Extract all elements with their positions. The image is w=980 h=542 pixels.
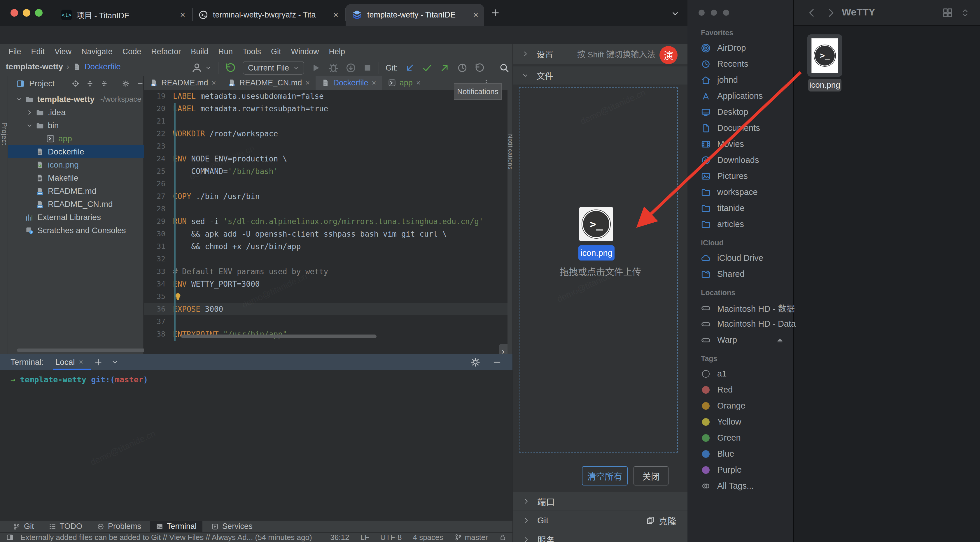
profiler-icon[interactable] bbox=[345, 62, 356, 73]
tab-close-icon[interactable]: × bbox=[212, 78, 216, 87]
sidebar-item-Desktop[interactable]: Desktop bbox=[687, 104, 793, 120]
code-line-39[interactable]: 39 bbox=[144, 340, 508, 343]
expand-all-icon[interactable] bbox=[86, 79, 94, 88]
terminal-settings-icon[interactable] bbox=[471, 357, 480, 367]
editor-tab-README.md[interactable]: MDREADME.md× bbox=[144, 76, 222, 90]
breadcrumb[interactable]: template-wetty › Dockerfile bbox=[6, 62, 121, 71]
line-number[interactable]: 21 bbox=[144, 117, 173, 125]
browser-tab-1[interactable]: terminal-wetty-bwqryafz - Tita× bbox=[192, 4, 344, 25]
uploaded-file-thumbnail[interactable]: >_ bbox=[579, 207, 613, 241]
tree-item-Makefile[interactable]: Makefile bbox=[8, 171, 144, 184]
menu-build[interactable]: Build bbox=[186, 47, 213, 56]
finder-close-button[interactable] bbox=[698, 10, 705, 16]
code-line-31[interactable]: 31 && chmod +x /usr/bin/app bbox=[144, 240, 508, 253]
files-section-header[interactable]: 文件 bbox=[513, 67, 688, 84]
sidebar-item-Macintosh HD - 数据[interactable]: Macintosh HD - 数据 bbox=[687, 300, 793, 316]
tree-item-Scratches and Consoles[interactable]: Scratches and Consoles bbox=[8, 224, 144, 237]
sidebar-item-articles[interactable]: articles bbox=[687, 216, 793, 232]
sidebar-item-Purple[interactable]: Purple bbox=[687, 462, 793, 478]
code-editor[interactable]: 19LABEL metadata.usesubdomain=false20LAB… bbox=[144, 90, 508, 343]
sidebar-item-a1[interactable]: a1 bbox=[687, 366, 793, 382]
finder-back-icon[interactable] bbox=[806, 7, 818, 19]
code-line-27[interactable]: 27COPY ./bin /usr/bin bbox=[144, 190, 508, 203]
code-line-26[interactable]: 26 bbox=[144, 177, 508, 190]
section-1[interactable]: Git克隆 bbox=[513, 511, 688, 530]
view-grid-icon[interactable] bbox=[942, 7, 953, 19]
sidebar-item-Applications[interactable]: Applications bbox=[687, 88, 793, 104]
editor-tab-README_CN.md[interactable]: MDREADME_CN.md× bbox=[222, 76, 316, 90]
menu-edit[interactable]: Edit bbox=[26, 47, 50, 56]
code-line-29[interactable]: 29RUN sed -i 's/dl-cdn.alpinelinux.org/m… bbox=[144, 215, 508, 228]
line-number[interactable]: 22 bbox=[144, 129, 173, 138]
line-number[interactable]: 30 bbox=[144, 230, 173, 238]
menu-view[interactable]: View bbox=[49, 47, 76, 56]
tree-item-Dockerfile[interactable]: Dockerfile bbox=[8, 145, 144, 158]
caret-position[interactable]: 36:12 bbox=[330, 533, 349, 542]
line-number[interactable]: 37 bbox=[144, 317, 173, 326]
tab-close-icon[interactable]: × bbox=[180, 10, 185, 20]
close-button[interactable]: 关闭 bbox=[633, 466, 668, 485]
git-branch-widget[interactable]: master bbox=[454, 533, 488, 542]
clear-all-button[interactable]: 清空所有 bbox=[582, 466, 628, 485]
sidebar-item-Blue[interactable]: Blue bbox=[687, 446, 793, 462]
code-line-25[interactable]: 25 COMMAND='/bin/bash' bbox=[144, 165, 508, 177]
tree-item-README_CN.md[interactable]: MDREADME_CN.md bbox=[8, 198, 144, 211]
sidebar-item-Green[interactable]: Green bbox=[687, 430, 793, 446]
editor-tab-Dockerfile[interactable]: Dockerfile× bbox=[316, 76, 382, 90]
line-separator[interactable]: LF bbox=[360, 533, 369, 542]
sidebar-item-Macintosh HD - Data[interactable]: Macintosh HD - Data bbox=[687, 316, 793, 332]
run-icon[interactable] bbox=[310, 62, 321, 73]
terminal-tab-local[interactable]: Local × bbox=[56, 354, 83, 370]
menu-tools[interactable]: Tools bbox=[238, 47, 266, 56]
menu-refactor[interactable]: Refactor bbox=[146, 47, 186, 56]
line-number[interactable]: 25 bbox=[144, 167, 173, 176]
sidebar-item-titanide[interactable]: titanide bbox=[687, 200, 793, 216]
tree-item-.idea[interactable]: .idea bbox=[8, 106, 144, 119]
menu-git[interactable]: Git bbox=[266, 47, 286, 56]
toolwindow-todo[interactable]: TODO bbox=[43, 521, 88, 532]
code-line-34[interactable]: 34ENV WETTY_PORT=3000 bbox=[144, 278, 508, 290]
locate-file-icon[interactable] bbox=[72, 79, 80, 88]
history-icon[interactable] bbox=[457, 62, 468, 73]
window-close-button[interactable] bbox=[11, 9, 18, 17]
toolwindow-git[interactable]: Git bbox=[7, 521, 40, 532]
code-line-22[interactable]: 22WORKDIR /root/workspace bbox=[144, 127, 508, 140]
line-number[interactable]: 23 bbox=[144, 142, 173, 151]
indent-setting[interactable]: 4 spaces bbox=[413, 533, 443, 542]
undo-icon[interactable] bbox=[474, 62, 485, 73]
sidebar-item-AirDrop[interactable]: AirDrop bbox=[687, 40, 793, 56]
editor-tab-app[interactable]: app× bbox=[382, 76, 426, 90]
sidebar-item-johnd[interactable]: johnd bbox=[687, 72, 793, 88]
tree-item-External Libraries[interactable]: External Libraries bbox=[8, 211, 144, 224]
chevron-down-icon[interactable] bbox=[16, 96, 22, 103]
code-line-33[interactable]: 33# Default ENV params used by wetty bbox=[144, 265, 508, 278]
search-everywhere-icon[interactable] bbox=[499, 62, 510, 73]
tab-close-icon[interactable]: × bbox=[333, 10, 338, 20]
line-number[interactable]: 34 bbox=[144, 280, 173, 288]
status-window-icon[interactable] bbox=[6, 533, 14, 541]
git-commit-icon[interactable] bbox=[422, 62, 433, 73]
terminal-prompt[interactable]: → template-wetty git:(master) bbox=[11, 375, 148, 384]
sidebar-item-workspace[interactable]: workspace bbox=[687, 184, 793, 200]
menu-run[interactable]: Run bbox=[213, 47, 238, 56]
menu-help[interactable]: Help bbox=[324, 47, 350, 56]
tab-search-chevron[interactable] bbox=[671, 10, 679, 18]
finder-forward-icon[interactable] bbox=[825, 7, 837, 19]
uploaded-file-name[interactable]: icon.png bbox=[578, 246, 614, 260]
code-line-37[interactable]: 37 bbox=[144, 315, 508, 328]
breadcrumb-file[interactable]: Dockerfile bbox=[84, 62, 121, 71]
menu-code[interactable]: Code bbox=[118, 47, 146, 56]
code-line-23[interactable]: 23 bbox=[144, 140, 508, 152]
tab-close-icon[interactable]: × bbox=[473, 10, 478, 20]
tree-item-README.md[interactable]: MDREADME.md bbox=[8, 184, 144, 198]
sidebar-item-iCloud Drive[interactable]: iCloud Drive bbox=[687, 250, 793, 266]
code-line-28[interactable]: 28 bbox=[144, 203, 508, 215]
line-number[interactable]: 39 bbox=[144, 342, 173, 343]
code-line-21[interactable]: 21 bbox=[144, 115, 508, 127]
line-number[interactable]: 31 bbox=[144, 242, 173, 250]
browser-tab-0[interactable]: <t>项目 - TitanIDE× bbox=[56, 4, 191, 25]
line-number[interactable]: 20 bbox=[144, 104, 173, 113]
project-panel-title[interactable]: Project bbox=[29, 79, 54, 88]
user-icon[interactable] bbox=[191, 62, 203, 74]
tab-close-icon[interactable]: × bbox=[305, 78, 310, 87]
